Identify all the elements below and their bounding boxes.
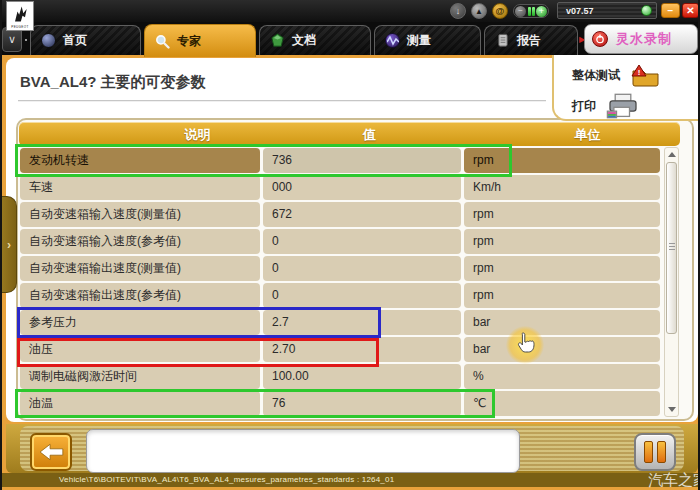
status-path: Vehicle\T6\BOITEVIT\BVA_AL4\T6_BVA_AL4_m…	[59, 475, 394, 484]
volume-up-button[interactable]: +	[536, 6, 547, 17]
download-icon[interactable]: ↓	[450, 3, 466, 19]
actions-panel: 整体测试 ! 打印	[552, 55, 700, 121]
bottom-panel	[6, 424, 698, 473]
brand-label: PEUGEOT	[11, 25, 28, 29]
title-separator	[18, 100, 546, 102]
pause-bar-icon	[644, 441, 653, 463]
row-value: 0	[263, 256, 461, 281]
tab-reports-label: 报告	[517, 32, 541, 49]
tab-expert-label: 专家	[177, 33, 201, 50]
close-button[interactable]: ✕	[682, 3, 699, 18]
tab-home[interactable]: 首页	[30, 25, 141, 55]
status-bar: Vehicle\T6\BOITEVIT\BVA_AL4\T6_BVA_AL4_m…	[2, 473, 700, 487]
tab-measure-label: 测量	[407, 32, 431, 49]
volume-control[interactable]: − +	[513, 4, 549, 18]
page-title: BVA_AL4? 主要的可变参数	[20, 73, 206, 92]
app-window: ↓ ▲ @ − + v07.57 − ✕ PEUGEOT ∨ 首页	[0, 0, 700, 490]
report-doc-icon	[495, 33, 510, 48]
tab-documents-label: 文档	[292, 32, 316, 49]
tab-bar: ∨ 首页 专家 文档 测量	[0, 22, 700, 55]
row-label: 自动变速箱输入速度(测量值)	[20, 202, 260, 227]
row-unit: bar	[464, 337, 660, 362]
volume-level-icon	[528, 7, 535, 16]
record-button-label: 灵水录制	[616, 30, 672, 48]
row-label: 调制电磁阀激活时间	[20, 364, 260, 389]
table-row[interactable]: 自动变速箱输入速度(参考值)0rpm	[20, 229, 660, 254]
volume-down-button[interactable]: −	[515, 6, 526, 17]
row-value: 672	[263, 202, 461, 227]
window-titlebar: ↓ ▲ @ − + v07.57 − ✕	[0, 0, 700, 22]
row-value: 100.00	[263, 364, 461, 389]
tab-divider-dot	[25, 39, 27, 41]
tab-reports[interactable]: 报告	[484, 25, 578, 55]
tab-home-label: 首页	[63, 32, 87, 49]
scrollbar-thumb[interactable]	[666, 162, 677, 334]
row-value: 000	[263, 175, 461, 200]
minimize-button[interactable]: −	[661, 3, 680, 18]
row-unit: rpm	[464, 283, 660, 308]
at-icon[interactable]: @	[492, 3, 508, 19]
table-body: 发动机转速736rpm车速000Km/h自动变速箱输入速度(测量值)672rpm…	[20, 148, 660, 418]
row-unit: rpm	[464, 256, 660, 281]
table-row[interactable]: 车速000Km/h	[20, 175, 660, 200]
row-unit: %	[464, 364, 660, 389]
back-arrow-icon	[38, 442, 64, 462]
status-ball-icon[interactable]	[641, 5, 652, 16]
table-header: 说明 值 单位	[19, 122, 680, 146]
row-unit: rpm	[464, 229, 660, 254]
power-icon	[592, 31, 608, 47]
peugeot-logo: PEUGEOT	[6, 1, 34, 31]
watermark: 汽车之家	[648, 471, 700, 490]
tab-expert[interactable]: 专家	[144, 24, 256, 57]
row-unit: Km/h	[464, 175, 660, 200]
pause-button[interactable]	[634, 433, 676, 471]
highlight-box-oil-temperature	[15, 389, 495, 418]
row-label: 自动变速箱输出速度(参考值)	[20, 283, 260, 308]
table-row[interactable]: 自动变速箱输出速度(测量值)0rpm	[20, 256, 660, 281]
tab-documents[interactable]: 文档	[259, 25, 371, 55]
back-button[interactable]	[30, 433, 72, 471]
magnifier-icon	[155, 34, 170, 49]
tab-measure[interactable]: 测量	[374, 25, 481, 55]
vertical-scrollbar[interactable]	[664, 147, 679, 417]
print-label: 打印	[572, 98, 596, 115]
table-row[interactable]: 自动变速箱输入速度(测量值)672rpm	[20, 202, 660, 227]
globe-icon	[41, 33, 56, 48]
waveform-icon	[385, 33, 400, 48]
highlight-box-reference-pressure	[17, 307, 381, 338]
row-label: 自动变速箱输入速度(参考值)	[20, 229, 260, 254]
table-row[interactable]: 自动变速箱输出速度(参考值)0rpm	[20, 283, 660, 308]
row-unit: bar	[464, 310, 660, 335]
highlight-box-oil-pressure	[17, 338, 379, 367]
side-drawer-handle[interactable]: ›	[2, 196, 17, 293]
svg-text:!: !	[638, 68, 641, 77]
highlight-box-engine-speed	[15, 144, 512, 177]
scroll-up-icon[interactable]	[668, 152, 676, 157]
header-unit: 单位	[574, 126, 600, 144]
mountain-icon[interactable]: ▲	[471, 3, 487, 19]
lion-icon	[10, 4, 30, 24]
hand-cursor-icon	[515, 331, 535, 355]
pause-bar-icon	[657, 441, 666, 463]
record-button[interactable]: 灵水录制	[584, 24, 698, 54]
version-panel: v07.57	[557, 2, 657, 19]
header-value: 值	[363, 126, 376, 144]
row-unit: rpm	[464, 202, 660, 227]
document-gem-icon	[270, 33, 285, 48]
row-label: 自动变速箱输出速度(测量值)	[20, 256, 260, 281]
printer-icon	[605, 93, 641, 119]
scroll-down-icon[interactable]	[668, 407, 676, 412]
row-label: 车速	[20, 175, 260, 200]
header-description: 说明	[184, 126, 210, 144]
folder-alert-icon: !	[629, 63, 661, 87]
version-label: v07.57	[566, 6, 641, 16]
global-test-button[interactable]: 整体测试 !	[572, 63, 661, 87]
print-button[interactable]: 打印	[572, 93, 641, 119]
table-row[interactable]: 调制电磁阀激活时间100.00%	[20, 364, 660, 389]
row-value: 0	[263, 229, 461, 254]
row-value: 0	[263, 283, 461, 308]
global-test-label: 整体测试	[572, 67, 620, 84]
message-box[interactable]	[86, 429, 520, 473]
